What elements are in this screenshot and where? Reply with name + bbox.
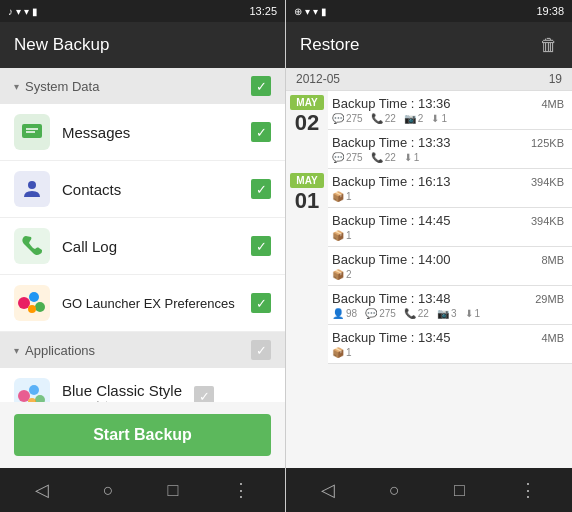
left-scroll-area[interactable]: ▾ System Data ✓ Messages ✓ bbox=[0, 68, 285, 402]
meta-user-6: 👤98 bbox=[332, 308, 357, 319]
meta-msg-icon-6: 💬 bbox=[365, 308, 377, 319]
meta-down-1: ⬇1 bbox=[431, 113, 447, 124]
meta-call-6: 📞22 bbox=[404, 308, 429, 319]
meta-pkg-icon-4: 📦 bbox=[332, 230, 344, 241]
left-panel: ♪ ▾ ▾ ▮ 13:25 New Backup ▾ System Data ✓ bbox=[0, 0, 286, 512]
applications-section-header[interactable]: ▾ Applications ✓ bbox=[0, 332, 285, 368]
year-label: 2012-05 bbox=[296, 72, 340, 86]
home-icon-right[interactable]: ○ bbox=[381, 472, 408, 509]
svg-point-5 bbox=[18, 297, 30, 309]
svg-point-9 bbox=[18, 390, 30, 402]
svg-point-10 bbox=[29, 385, 39, 395]
backup-meta-3: 📦1 bbox=[332, 191, 564, 202]
backup-size-5: 8MB bbox=[541, 254, 564, 266]
blue-classic-sublabel: app + data bbox=[62, 399, 182, 403]
call-log-item[interactable]: Call Log ✓ bbox=[0, 218, 285, 275]
messages-label: Messages bbox=[62, 124, 239, 141]
backup-entry-1[interactable]: Backup Time : 13:36 4MB 💬275 📞22 📷2 ⬇1 bbox=[328, 91, 572, 130]
status-time-right: 19:38 bbox=[536, 5, 564, 17]
backup-entry-3[interactable]: Backup Time : 16:13 394KB 📦1 bbox=[328, 169, 572, 208]
status-time-left: 13:25 bbox=[249, 5, 277, 17]
go-launcher-label: GO Launcher EX Preferences bbox=[62, 296, 239, 311]
title-bar-right: Restore 🗑 bbox=[286, 22, 572, 68]
status-bar-left: ♪ ▾ ▾ ▮ 13:25 bbox=[0, 0, 285, 22]
backup-entry-2[interactable]: Backup Time : 13:33 125KB 💬275 📞22 ⬇1 bbox=[328, 130, 572, 169]
svg-rect-0 bbox=[22, 124, 42, 138]
meta-pkg-7: 📦1 bbox=[332, 347, 352, 358]
backup-entry-2-header: Backup Time : 13:33 125KB bbox=[332, 135, 564, 150]
meta-down-icon-2: ⬇ bbox=[404, 152, 412, 163]
trash-icon[interactable]: 🗑 bbox=[540, 35, 558, 56]
month-badge-01: May bbox=[290, 173, 323, 188]
meta-msg-6: 💬275 bbox=[365, 308, 396, 319]
messages-icon bbox=[14, 114, 50, 150]
status-icons-right: ⊕ ▾ ▾ ▮ bbox=[294, 6, 327, 17]
title-bar-left: New Backup bbox=[0, 22, 285, 68]
day-section-02: May 02 Backup Time : 13:36 4MB 💬275 📞22 bbox=[286, 91, 572, 169]
meta-call-1: 📞22 bbox=[371, 113, 396, 124]
recents-icon-left[interactable]: □ bbox=[159, 472, 186, 509]
meta-pkg-icon-3: 📦 bbox=[332, 191, 344, 202]
notification-icon: ♪ bbox=[8, 6, 13, 17]
system-data-label-group: ▾ System Data bbox=[14, 79, 99, 94]
blue-classic-item[interactable]: Blue Classic Style app + data ✓ bbox=[0, 368, 285, 402]
meta-pkg-5: 📦2 bbox=[332, 269, 352, 280]
system-data-checkbox[interactable]: ✓ bbox=[251, 76, 271, 96]
svg-point-6 bbox=[29, 292, 39, 302]
right-title: Restore bbox=[300, 35, 360, 55]
applications-label-group: ▾ Applications bbox=[14, 343, 95, 358]
applications-checkbox[interactable]: ✓ bbox=[251, 340, 271, 360]
backup-entry-5[interactable]: Backup Time : 14:00 8MB 📦2 bbox=[328, 247, 572, 286]
meta-user-icon-6: 👤 bbox=[332, 308, 344, 319]
backup-entry-4[interactable]: Backup Time : 14:45 394KB 📦1 bbox=[328, 208, 572, 247]
home-icon-left[interactable]: ○ bbox=[95, 472, 122, 509]
messages-checkbox[interactable]: ✓ bbox=[251, 122, 271, 142]
right-scroll-area[interactable]: 2012-05 19 May 02 Backup Time : 13:36 4M… bbox=[286, 68, 572, 468]
year-count-row: 2012-05 19 bbox=[286, 68, 572, 91]
contacts-label: Contacts bbox=[62, 181, 239, 198]
nav-bar-right: ◁ ○ □ ⋮ bbox=[286, 468, 572, 512]
contacts-checkbox[interactable]: ✓ bbox=[251, 179, 271, 199]
go-launcher-icon bbox=[14, 285, 50, 321]
backup-size-7: 4MB bbox=[541, 332, 564, 344]
backup-meta-7: 📦1 bbox=[332, 347, 564, 358]
messages-item[interactable]: Messages ✓ bbox=[0, 104, 285, 161]
left-title: New Backup bbox=[14, 35, 109, 55]
meta-pkg-icon-5: 📦 bbox=[332, 269, 344, 280]
call-log-checkbox[interactable]: ✓ bbox=[251, 236, 271, 256]
go-launcher-checkbox[interactable]: ✓ bbox=[251, 293, 271, 313]
backup-time-1: Backup Time : 13:36 bbox=[332, 96, 451, 111]
back-icon-right[interactable]: ◁ bbox=[313, 471, 343, 509]
back-icon-left[interactable]: ◁ bbox=[27, 471, 57, 509]
system-data-section-header[interactable]: ▾ System Data ✓ bbox=[0, 68, 285, 104]
backup-entry-6[interactable]: Backup Time : 13:48 29MB 👤98 💬275 📞22 📷3… bbox=[328, 286, 572, 325]
contacts-item[interactable]: Contacts ✓ bbox=[0, 161, 285, 218]
backup-entries-02: Backup Time : 13:36 4MB 💬275 📞22 📷2 ⬇1 bbox=[328, 91, 572, 169]
status-icons-left: ♪ ▾ ▾ ▮ bbox=[8, 6, 38, 17]
year-count: 19 bbox=[549, 72, 562, 86]
recents-icon-right[interactable]: □ bbox=[446, 472, 473, 509]
go-launcher-item[interactable]: GO Launcher EX Preferences ✓ bbox=[0, 275, 285, 332]
menu-icon-left[interactable]: ⋮ bbox=[224, 471, 258, 509]
wifi-icon: ▾ bbox=[24, 6, 29, 17]
backup-entry-7-header: Backup Time : 13:45 4MB bbox=[332, 330, 564, 345]
blue-classic-checkbox[interactable]: ✓ bbox=[194, 386, 214, 402]
day-section-01: May 01 Backup Time : 16:13 394KB 📦1 bbox=[286, 169, 572, 364]
backup-entry-3-header: Backup Time : 16:13 394KB bbox=[332, 174, 564, 189]
meta-msg-icon-2: 💬 bbox=[332, 152, 344, 163]
start-backup-button[interactable]: Start Backup bbox=[14, 414, 271, 456]
day-number-01: 01 bbox=[295, 190, 319, 212]
meta-photo-icon-6: 📷 bbox=[437, 308, 449, 319]
meta-pkg-3: 📦1 bbox=[332, 191, 352, 202]
signal-icon: ▾ bbox=[16, 6, 21, 17]
meta-messages-2: 💬275 bbox=[332, 152, 363, 163]
battery-icon-right: ▮ bbox=[321, 6, 327, 17]
call-log-label: Call Log bbox=[62, 238, 239, 255]
backup-size-3: 394KB bbox=[531, 176, 564, 188]
backup-entries-01: Backup Time : 16:13 394KB 📦1 Backup Time… bbox=[328, 169, 572, 364]
menu-icon-right[interactable]: ⋮ bbox=[511, 471, 545, 509]
backup-meta-4: 📦1 bbox=[332, 230, 564, 241]
signal-icon-right: ▾ bbox=[305, 6, 310, 17]
backup-meta-2: 💬275 📞22 ⬇1 bbox=[332, 152, 564, 163]
backup-entry-7[interactable]: Backup Time : 13:45 4MB 📦1 bbox=[328, 325, 572, 364]
